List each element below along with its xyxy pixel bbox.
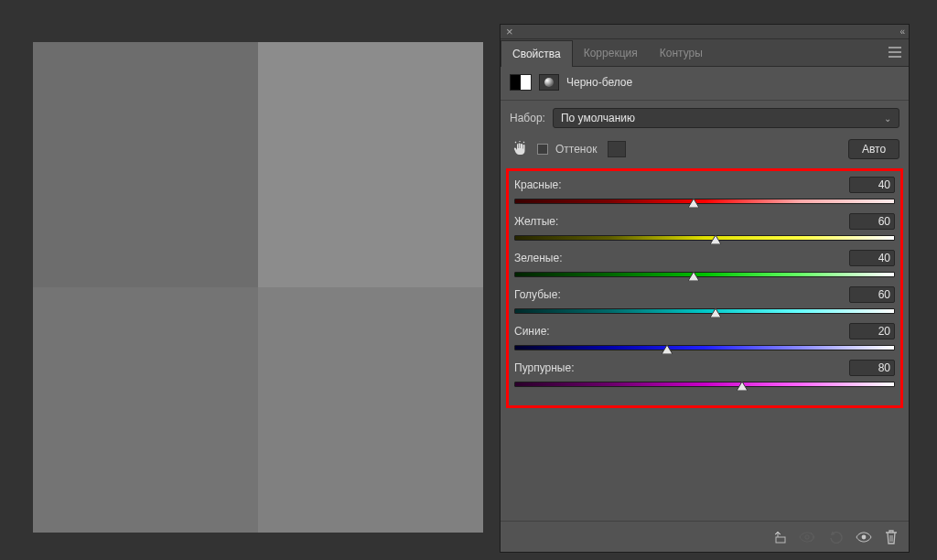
flyout-menu-icon[interactable] (889, 47, 901, 58)
chevron-down-icon: ⌄ (884, 113, 891, 124)
collapse-icon[interactable]: « (899, 27, 903, 37)
tab-properties[interactable]: Свойства (501, 40, 573, 67)
panel-footer (501, 521, 909, 552)
slider-label: Желтые: (514, 215, 558, 228)
slider-thumb[interactable] (710, 235, 721, 244)
properties-panel: × « Свойства Коррекция Контуры Черно-бел… (500, 24, 910, 553)
close-icon[interactable]: × (506, 26, 513, 38)
slider-label: Синие: (514, 325, 550, 338)
slider-label: Зеленые: (514, 252, 562, 264)
preset-select[interactable]: По умолчанию ⌄ (553, 108, 899, 128)
svg-point-1 (805, 534, 809, 538)
slider-thumb[interactable] (688, 272, 699, 281)
document-canvas (33, 42, 483, 533)
slider-thumb[interactable] (737, 382, 748, 391)
adjustment-header: Черно-белое (501, 67, 909, 101)
slider-track[interactable] (514, 382, 895, 387)
tint-label: Оттенок (555, 143, 597, 156)
slider-track[interactable] (514, 308, 895, 314)
canvas-quadrant (33, 287, 258, 533)
auto-button[interactable]: Авто (848, 139, 899, 159)
tab-correction[interactable]: Коррекция (573, 39, 649, 66)
preset-row: Набор: По умолчанию ⌄ (501, 101, 909, 135)
panel-tabs: Свойства Коррекция Контуры (501, 39, 909, 67)
slider-track[interactable] (514, 272, 895, 277)
trash-icon[interactable] (885, 530, 898, 544)
reset-icon (828, 531, 843, 544)
preset-value: По умолчанию (561, 112, 635, 124)
canvas-quadrant (258, 287, 483, 533)
panel-body: Черно-белое Набор: По умолчанию ⌄ Оттено… (501, 67, 909, 552)
slider-track[interactable] (514, 345, 895, 350)
color-slider: Синие: (514, 323, 895, 350)
slider-track[interactable] (514, 235, 895, 241)
color-slider: Пурпурные: (514, 360, 895, 387)
color-slider: Красные: (514, 177, 895, 204)
tint-row: Оттенок Авто (501, 135, 909, 168)
bw-adjustment-icon (510, 74, 532, 91)
slider-thumb[interactable] (662, 345, 673, 354)
slider-label: Голубые: (514, 288, 561, 301)
clip-to-layer-icon[interactable] (770, 531, 786, 544)
slider-value-input[interactable] (849, 286, 895, 303)
slider-value-input[interactable] (849, 250, 895, 266)
tint-color-swatch[interactable] (608, 141, 626, 157)
slider-value-input[interactable] (849, 177, 895, 193)
color-slider: Зеленые: (514, 250, 895, 277)
preset-label: Набор: (510, 112, 545, 124)
slider-thumb[interactable] (710, 308, 721, 318)
tab-contours[interactable]: Контуры (649, 39, 714, 66)
slider-label: Красные: (514, 178, 562, 191)
targeted-adjustment-icon[interactable] (510, 140, 530, 158)
adjustment-title: Черно-белое (566, 76, 632, 89)
color-slider: Желтые: (514, 213, 895, 241)
view-previous-state-icon (799, 532, 815, 543)
canvas-quadrant (33, 42, 258, 287)
color-sliders-highlight: Красные:Желтые:Зеленые:Голубые:Синие:Пур… (506, 168, 903, 408)
slider-thumb[interactable] (688, 199, 699, 208)
canvas-quadrant (258, 42, 483, 287)
svg-rect-0 (776, 537, 785, 543)
panel-titlebar: × « (501, 25, 909, 39)
slider-value-input[interactable] (849, 323, 895, 339)
color-slider: Голубые: (514, 286, 895, 314)
slider-label: Пурпурные: (514, 361, 574, 374)
tint-checkbox[interactable] (537, 144, 548, 155)
slider-value-input[interactable] (849, 360, 895, 376)
visibility-toggle-icon[interactable] (856, 532, 872, 543)
slider-track[interactable] (514, 199, 895, 204)
mask-icon (539, 74, 559, 91)
svg-point-2 (862, 534, 867, 539)
slider-value-input[interactable] (849, 213, 895, 230)
